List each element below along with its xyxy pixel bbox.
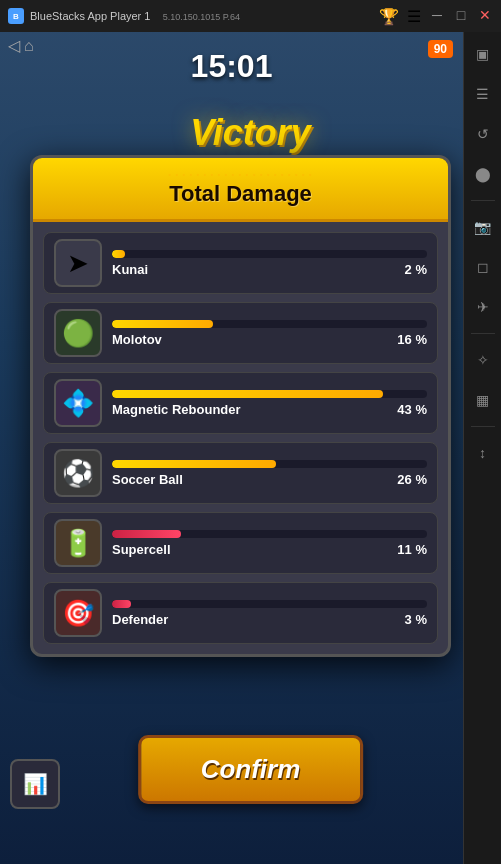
weapon-name-defender: Defender [112, 612, 168, 627]
weapon-info-supercell: Supercell 11 % [112, 530, 427, 557]
sidebar-icon-1[interactable]: ▣ [469, 40, 497, 68]
sidebar-icon-3[interactable]: ↺ [469, 120, 497, 148]
timer-area: 15:01 [0, 40, 463, 93]
weapon-icon-kunai: ➤ [54, 239, 102, 287]
weapon-bar-fill-magnetic-rebounder [112, 390, 383, 398]
sidebar-icon-5[interactable]: 📷 [469, 213, 497, 241]
weapon-icon-defender: 🎯 [54, 589, 102, 637]
weapon-row-bottom-magnetic-rebounder: Magnetic Rebounder 43 % [112, 402, 427, 417]
weapon-name-molotov: Molotov [112, 332, 162, 347]
sidebar-icon-9[interactable]: ▦ [469, 386, 497, 414]
victory-text: Victory [50, 112, 451, 154]
weapon-pct-molotov: 16 % [387, 332, 427, 347]
weapon-bar-fill-kunai [112, 250, 125, 258]
weapon-name-supercell: Supercell [112, 542, 171, 557]
damage-row-magnetic-rebounder: 💠 Magnetic Rebounder 43 % [43, 372, 438, 434]
weapon-row-bottom-molotov: Molotov 16 % [112, 332, 427, 347]
home-icon[interactable]: ⌂ [24, 37, 34, 55]
sidebar-icon-10[interactable]: ↕ [469, 439, 497, 467]
weapon-row-bottom-kunai: Kunai 2 % [112, 262, 427, 277]
title-bar: B BlueStacks App Player 1 5.10.150.1015 … [0, 0, 501, 32]
weapon-bar-fill-molotov [112, 320, 213, 328]
total-damage-dialog: Total Damage ➤ Kunai 2 % 🟢 Molotov 1 [30, 155, 451, 657]
sidebar-icon-6[interactable]: ◻ [469, 253, 497, 281]
stats-icon: 📊 [23, 772, 48, 796]
weapon-pct-soccer-ball: 26 % [387, 472, 427, 487]
sidebar-separator-2 [471, 333, 495, 334]
damage-row-kunai: ➤ Kunai 2 % [43, 232, 438, 294]
weapon-bar-fill-soccer-ball [112, 460, 276, 468]
dialog-content: ➤ Kunai 2 % 🟢 Molotov 16 % 💠 [33, 222, 448, 654]
weapon-pct-supercell: 11 % [387, 542, 427, 557]
weapon-pct-defender: 3 % [387, 612, 427, 627]
sidebar-icon-7[interactable]: ✈ [469, 293, 497, 321]
weapon-info-soccer-ball: Soccer Ball 26 % [112, 460, 427, 487]
damage-row-defender: 🎯 Defender 3 % [43, 582, 438, 644]
weapon-row-bottom-soccer-ball: Soccer Ball 26 % [112, 472, 427, 487]
damage-row-soccer-ball: ⚽ Soccer Ball 26 % [43, 442, 438, 504]
weapon-bar-bg-molotov [112, 320, 427, 328]
damage-row-molotov: 🟢 Molotov 16 % [43, 302, 438, 364]
weapon-row-bottom-supercell: Supercell 11 % [112, 542, 427, 557]
sidebar-separator-3 [471, 426, 495, 427]
weapon-bar-bg-kunai [112, 250, 427, 258]
sidebar-icon-8[interactable]: ✧ [469, 346, 497, 374]
app-icon: B [8, 8, 24, 24]
confirm-area: Confirm [138, 735, 364, 804]
weapon-row-bottom-defender: Defender 3 % [112, 612, 427, 627]
nav-area: ◁ ⌂ [8, 36, 34, 55]
weapon-bar-bg-soccer-ball [112, 460, 427, 468]
back-icon[interactable]: ◁ [8, 36, 20, 55]
minimize-button[interactable]: ─ [429, 7, 445, 23]
weapon-bar-fill-supercell [112, 530, 181, 538]
dialog-header: Total Damage [33, 158, 448, 222]
window-controls: 🏆 ☰ ─ □ ✕ [379, 7, 493, 26]
weapon-icon-magnetic-rebounder: 💠 [54, 379, 102, 427]
close-button[interactable]: ✕ [477, 7, 493, 23]
weapon-bar-fill-defender [112, 600, 131, 608]
weapon-bar-bg-magnetic-rebounder [112, 390, 427, 398]
score-badge: 90 [428, 40, 453, 58]
stats-button[interactable]: 📊 [10, 759, 60, 809]
weapon-info-molotov: Molotov 16 % [112, 320, 427, 347]
confirm-button[interactable]: Confirm [138, 735, 364, 804]
sidebar-icon-2[interactable]: ☰ [469, 80, 497, 108]
timer-display: 15:01 [191, 48, 273, 84]
weapon-info-defender: Defender 3 % [112, 600, 427, 627]
damage-row-supercell: 🔋 Supercell 11 % [43, 512, 438, 574]
weapon-pct-magnetic-rebounder: 43 % [387, 402, 427, 417]
weapon-bar-bg-defender [112, 600, 427, 608]
weapon-name-magnetic-rebounder: Magnetic Rebounder [112, 402, 241, 417]
weapon-icon-supercell: 🔋 [54, 519, 102, 567]
weapon-icon-soccer-ball: ⚽ [54, 449, 102, 497]
weapon-icon-molotov: 🟢 [54, 309, 102, 357]
weapon-bar-bg-supercell [112, 530, 427, 538]
sidebar-icon-4[interactable]: ⬤ [469, 160, 497, 188]
weapon-pct-kunai: 2 % [387, 262, 427, 277]
right-sidebar: ▣ ☰ ↺ ⬤ 📷 ◻ ✈ ✧ ▦ ↕ [463, 0, 501, 864]
dialog-title: Total Damage [49, 181, 432, 207]
app-title: BlueStacks App Player 1 5.10.150.1015 P.… [30, 10, 379, 22]
weapon-info-kunai: Kunai 2 % [112, 250, 427, 277]
weapon-name-kunai: Kunai [112, 262, 148, 277]
maximize-button[interactable]: □ [453, 7, 469, 23]
weapon-info-magnetic-rebounder: Magnetic Rebounder 43 % [112, 390, 427, 417]
weapon-name-soccer-ball: Soccer Ball [112, 472, 183, 487]
sidebar-separator-1 [471, 200, 495, 201]
